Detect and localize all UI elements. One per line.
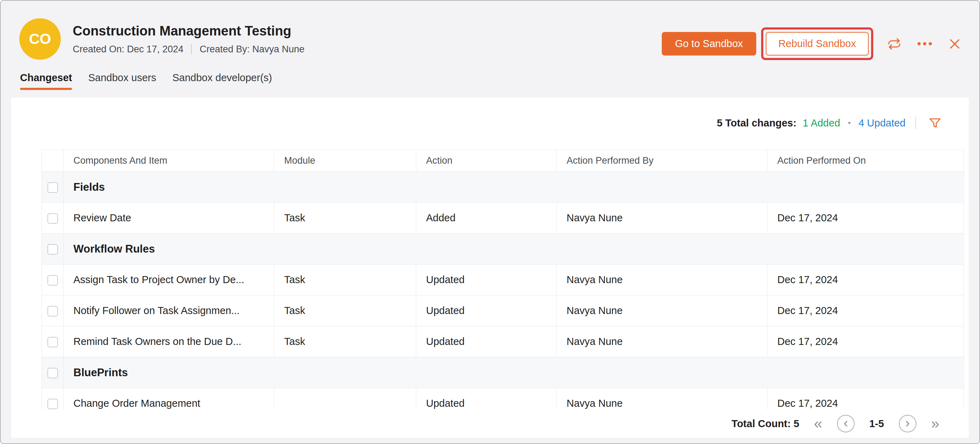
go-to-sandbox-button[interactable]: Go to Sandbox [662, 32, 756, 56]
updated-count-label: 4 Updated [859, 117, 905, 129]
changes-summary: 5 Total changes: 1 Added • 4 Updated [11, 98, 969, 132]
cell-performed-on: Dec 17, 2024 [767, 264, 964, 295]
checkbox-cell [42, 357, 64, 388]
table-footer: Total Count: 5 « ‹ 1-5 › » [11, 410, 969, 438]
group-row: Fields [42, 172, 964, 203]
cell-module: Task [274, 295, 416, 326]
cell-component-name: Remind Task Owners on the Due D... [64, 326, 274, 357]
refresh-icon[interactable] [885, 35, 904, 53]
table-row: Notify Follower on Task Assignmen...Task… [42, 295, 964, 326]
row-checkbox[interactable] [48, 337, 58, 347]
previous-page-icon[interactable]: ‹ [837, 415, 854, 433]
row-checkbox[interactable] [48, 368, 58, 378]
cell-module: Task [274, 264, 416, 295]
tab-bar: Changeset Sandbox users Sandbox develope… [1, 60, 979, 90]
group-row: BluePrints [42, 357, 964, 388]
row-checkbox[interactable] [48, 213, 58, 224]
column-header: Action Performed On [767, 150, 964, 172]
checkbox-cell [42, 264, 64, 295]
avatar: CO [19, 18, 61, 60]
cell-component-name: Notify Follower on Task Assignmen... [64, 295, 274, 326]
tab-sandbox-developers[interactable]: Sandbox developer(s) [172, 72, 272, 90]
header-left: CO Construction Management Testing Creat… [19, 18, 304, 60]
cell-component-name: Assign Task to Project Owner by De... [64, 264, 274, 295]
first-page-icon[interactable]: « [814, 416, 822, 431]
row-checkbox[interactable] [48, 275, 58, 286]
meta-row: Created On: Dec 17, 2024 Created By: Nav… [73, 44, 304, 55]
changes-table: Components And ItemModuleActionAction Pe… [41, 150, 964, 419]
row-checkbox[interactable] [48, 399, 58, 409]
tab-sandbox-users[interactable]: Sandbox users [88, 72, 156, 90]
cell-performed-on: Dec 17, 2024 [767, 203, 964, 234]
next-page-icon[interactable]: › [899, 415, 916, 433]
group-name: Fields [64, 172, 964, 203]
close-icon[interactable] [946, 35, 964, 53]
column-header: Module [274, 150, 416, 172]
summary-divider [915, 117, 916, 129]
cell-action: Updated [416, 264, 557, 295]
created-by-label: Created By: Navya Nune [199, 44, 304, 55]
cell-performed-by: Navya Nune [557, 203, 767, 234]
tab-changeset[interactable]: Changeset [20, 72, 72, 90]
cell-module: Task [274, 326, 416, 357]
checkbox-cell [42, 234, 64, 264]
title-block: Construction Management Testing Created … [73, 24, 304, 55]
column-header: Action Performed By [557, 150, 767, 172]
cell-performed-on: Dec 17, 2024 [767, 295, 964, 326]
group-name: Workflow Rules [64, 234, 964, 264]
changeset-card: 5 Total changes: 1 Added • 4 Updated Com… [11, 98, 969, 438]
cell-performed-by: Navya Nune [557, 295, 767, 326]
table-row: Remind Task Owners on the Due D...TaskUp… [42, 326, 964, 357]
more-options-icon[interactable] [915, 35, 934, 53]
row-checkbox[interactable] [48, 182, 58, 193]
checkbox-cell [42, 295, 64, 326]
checkbox-cell [42, 203, 64, 234]
filter-icon[interactable] [926, 114, 944, 132]
annotation-highlight-box: Rebuild Sandbox [761, 27, 873, 60]
table-header-row: Components And ItemModuleActionAction Pe… [42, 150, 964, 172]
cell-component-name: Review Date [64, 203, 274, 234]
cell-performed-by: Navya Nune [557, 264, 767, 295]
checkbox-cell [42, 172, 64, 203]
group-name: BluePrints [64, 357, 964, 388]
cell-performed-by: Navya Nune [557, 326, 767, 357]
select-all-cell [42, 150, 64, 172]
created-on-label: Created On: Dec 17, 2024 [73, 44, 183, 55]
last-page-icon[interactable]: » [931, 416, 939, 431]
page-range-label: 1-5 [869, 418, 884, 430]
changes-table-body: FieldsReview DateTaskAddedNavya NuneDec … [42, 172, 964, 419]
added-count-label: 1 Added [803, 117, 840, 129]
cell-action: Updated [416, 326, 557, 357]
column-header: Components And Item [64, 150, 274, 172]
checkbox-cell [42, 326, 64, 357]
cell-module: Task [274, 203, 416, 234]
row-checkbox[interactable] [48, 306, 58, 317]
total-count-label: Total Count: 5 [732, 418, 799, 430]
rebuild-sandbox-button[interactable]: Rebuild Sandbox [766, 32, 869, 56]
cell-action: Added [416, 203, 557, 234]
meta-divider [191, 44, 192, 54]
dot-separator: • [846, 118, 852, 128]
page-title: Construction Management Testing [73, 24, 304, 39]
group-row: Workflow Rules [42, 234, 964, 264]
sandbox-detail-panel: CO Construction Management Testing Creat… [0, 0, 980, 444]
total-changes-label: 5 Total changes: [717, 117, 797, 129]
table-row: Review DateTaskAddedNavya NuneDec 17, 20… [42, 203, 964, 234]
header-actions: Go to Sandbox Rebuild Sandbox [662, 27, 964, 60]
panel-header: CO Construction Management Testing Creat… [1, 1, 979, 60]
table-row: Assign Task to Project Owner by De...Tas… [42, 264, 964, 295]
ellipsis-dots [918, 42, 932, 45]
cell-action: Updated [416, 295, 557, 326]
column-header: Action [416, 150, 557, 172]
row-checkbox[interactable] [48, 244, 58, 255]
cell-performed-on: Dec 17, 2024 [767, 326, 964, 357]
